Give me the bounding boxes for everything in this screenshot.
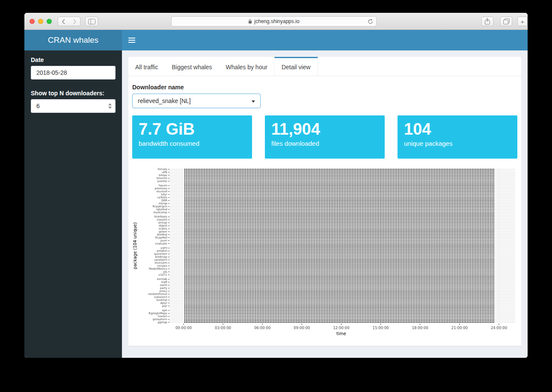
desktop-background: jcheng.shinyapps.io [0,0,552,392]
step-down-icon[interactable] [108,107,112,109]
forward-button[interactable] [69,17,80,26]
downloader-select[interactable]: relieved_snake [NL] [132,94,261,108]
step-up-icon[interactable] [108,103,112,106]
value-box-files: 11,904 files downloaded [265,115,385,159]
top-n-input[interactable] [31,99,116,113]
back-icon [62,19,65,24]
close-icon[interactable] [30,19,35,24]
sidebar-toggle-icon [88,19,95,24]
zoom-icon[interactable] [47,19,52,24]
detail-view-pane: Downloader name relieved_snake [NL] 7.7 … [128,76,521,346]
tab-panel: All traffic Biggest whales Whales by hou… [128,57,521,346]
tab-item: Biggest whales [165,57,219,76]
new-tab-button[interactable]: + [517,17,528,26]
tab-biggest-whales[interactable]: Biggest whales [165,57,219,76]
number-stepper[interactable] [108,103,112,109]
tab-detail-view[interactable]: Detail view [274,57,318,76]
tab-all-traffic[interactable]: All traffic [128,57,165,76]
app-header: CRAN whales [24,30,528,50]
shiny-app: CRAN whales Date Show top N downloaders: [24,30,528,358]
tab-item: Whales by hour [219,57,274,76]
value-box-value: 11,904 [271,121,378,139]
chevron-down-icon [252,100,255,103]
browser-titlebar: jcheng.shinyapps.io [24,13,528,30]
selected-option: relieved_snake [NL] [138,97,191,104]
hamburger-icon [128,38,135,38]
tab-bar: All traffic Biggest whales Whales by hou… [128,57,521,76]
url-text: jcheng.shinyapps.io [254,18,299,24]
value-box-subtitle: files downloaded [271,140,378,147]
sidebar: Date Show top N downloaders: [24,50,122,358]
value-box-value: 104 [404,121,511,139]
date-input[interactable] [31,66,116,80]
back-button[interactable] [58,17,69,26]
tab-item: All traffic [128,57,165,76]
share-button[interactable] [481,17,493,26]
value-box-bandwidth: 7.7 GiB bandwidth consumed [132,115,252,159]
value-box-subtitle: bandwidth consumed [139,140,246,147]
reload-icon [368,19,373,24]
tab-whales-by-hour[interactable]: Whales by hour [219,57,274,76]
sidebar-toggle-button[interactable] [85,17,98,26]
reload-button[interactable] [368,19,373,26]
forward-icon [73,19,77,24]
detail-plot-canvas [132,167,517,337]
downloader-name-label: Downloader name [132,84,517,91]
top-n-label: Show top N downloaders: [31,90,116,97]
traffic-lights [30,19,52,24]
value-box-value: 7.7 GiB [139,121,246,139]
browser-window: jcheng.shinyapps.io [24,13,528,358]
tabs-overview-button[interactable] [500,17,512,26]
value-box-packages: 104 unique packages [398,115,517,159]
value-box-row: 7.7 GiB bandwidth consumed 11,904 files … [132,115,517,159]
app-navbar [122,30,528,50]
app-logo: CRAN whales [24,30,122,50]
lock-icon [248,19,252,24]
date-label: Date [31,56,116,63]
tab-item: Detail view [274,57,318,76]
main-content: All traffic Biggest whales Whales by hou… [122,50,528,358]
value-box-subtitle: unique packages [404,140,511,147]
sidebar-collapse-button[interactable] [122,30,142,50]
detail-plot [132,167,517,337]
tabs-overview-icon [503,18,510,24]
share-icon [484,18,490,25]
address-bar[interactable]: jcheng.shinyapps.io [171,16,377,27]
minimize-icon[interactable] [38,19,43,24]
